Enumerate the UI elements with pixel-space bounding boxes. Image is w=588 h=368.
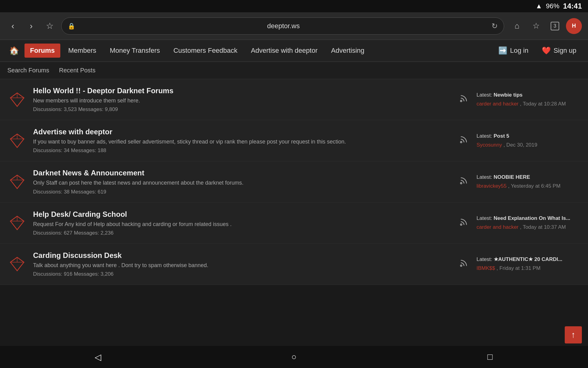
nav-advertise[interactable]: Advertise with deeptor	[245, 44, 323, 58]
forum-icon-hello-world	[7, 90, 27, 109]
latest-label: Latest:	[477, 92, 494, 98]
forum-latest: Latest: Post 5 Sycosunny , Dec 30, 2019	[477, 132, 581, 150]
browser-actions: ⌂ ☆ 3 H	[509, 18, 582, 34]
latest-user[interactable]: carder and hacker	[477, 101, 518, 107]
forum-title[interactable]: Carding Discussion Desk	[33, 251, 451, 260]
back-button[interactable]: ‹	[6, 19, 20, 33]
forum-title[interactable]: Darknet News & Announcement	[33, 169, 451, 177]
svg-point-17	[461, 182, 462, 184]
forum-latest: Latest: Need Explanation On What Is... c…	[477, 214, 581, 232]
browser-chrome: ‹ › ☆ 🔒 deeptor.ws ↻ ⌂ ☆ 3 H	[0, 12, 588, 40]
forum-latest: Latest: NOOBIE HERE libravickey55 , Yest…	[477, 173, 581, 191]
home-button[interactable]: ⌂	[509, 18, 525, 34]
nav-advertising[interactable]: Advertising	[326, 44, 370, 58]
tabs-button[interactable]: 3	[547, 18, 563, 34]
latest-title[interactable]: Newbie tips	[494, 92, 522, 98]
forum-info-advertise-with-deeptor: Advertise with deeptor If you want to bu…	[33, 128, 451, 154]
signup-button[interactable]: ❤️ Sign up	[536, 43, 582, 58]
android-recents-button[interactable]: □	[478, 348, 502, 366]
latest-time: , Yesterday at 6:45 PM	[508, 183, 560, 189]
bookmark-button[interactable]: ☆	[43, 19, 56, 33]
svg-line-21	[17, 221, 24, 230]
latest-time: , Friday at 1:31 PM	[496, 265, 541, 271]
forum-icon-carding-discussion	[7, 254, 27, 274]
forum-stats: Discussions: 38 Messages: 619	[33, 189, 451, 195]
lock-icon: 🔒	[68, 22, 75, 30]
latest-user[interactable]: libravickey55	[477, 183, 507, 189]
clock: 14:41	[563, 2, 582, 10]
forum-row[interactable]: Darknet News & Announcement Only Staff c…	[0, 161, 588, 202]
rss-feed-button[interactable]	[457, 256, 470, 272]
latest-time: , Today at 10:28 AM	[520, 101, 566, 107]
forum-list: Hello World !! - Deeptor Darknet Forums …	[0, 79, 588, 285]
rss-feed-button[interactable]	[457, 92, 470, 107]
search-forums-link[interactable]: Search Forums	[6, 64, 51, 76]
latest-user[interactable]: IBMK$$	[477, 265, 495, 271]
forum-row[interactable]: Help Desk/ Carding School Request For An…	[0, 203, 588, 244]
latest-title[interactable]: ★AUTHENTIC★ 20 CARDI...	[494, 256, 563, 262]
wifi-icon: ▲	[536, 2, 542, 10]
sub-nav: Search Forums Recent Posts	[0, 62, 588, 79]
site-home-button[interactable]: 🏠	[6, 43, 22, 59]
rss-feed-button[interactable]	[457, 133, 470, 148]
login-icon: ➡️	[498, 46, 507, 55]
recent-posts-link[interactable]: Recent Posts	[58, 64, 97, 76]
forum-icon-darknet-news	[7, 172, 27, 192]
forum-title[interactable]: Help Desk/ Carding School	[33, 210, 451, 219]
svg-line-14	[10, 180, 17, 189]
svg-point-23	[461, 224, 462, 225]
forum-info-hello-world: Hello World !! - Deeptor Darknet Forums …	[33, 86, 451, 113]
nav-forums[interactable]: Forums	[24, 44, 60, 58]
forum-title[interactable]: Hello World !! - Deeptor Darknet Forums	[33, 86, 451, 95]
login-button[interactable]: ➡️ Log in	[493, 43, 534, 58]
svg-line-26	[10, 262, 17, 271]
latest-title[interactable]: NOOBIE HERE	[494, 174, 530, 180]
rss-feed-button[interactable]	[457, 174, 470, 190]
nav-money-transfers[interactable]: Money Transfers	[104, 44, 165, 58]
svg-line-2	[10, 98, 17, 106]
forum-icon-help-desk	[7, 213, 27, 233]
nav-customers-feedback[interactable]: Customers Feedback	[168, 44, 243, 58]
forum-row[interactable]: Hello World !! - Deeptor Darknet Forums …	[0, 79, 588, 120]
latest-user[interactable]: carder and hacker	[477, 224, 518, 230]
forum-row[interactable]: Advertise with deeptor If you want to bu…	[0, 120, 588, 161]
signup-label: Sign up	[553, 47, 576, 55]
latest-title[interactable]: Need Explanation On What Is...	[494, 215, 570, 221]
svg-line-3	[17, 98, 24, 106]
battery-icon: 96%	[546, 2, 560, 10]
android-back-button[interactable]: ◁	[86, 348, 110, 366]
menu-button[interactable]: H	[566, 18, 582, 34]
svg-point-11	[461, 141, 462, 143]
svg-point-5	[461, 100, 462, 102]
forum-info-help-desk: Help Desk/ Carding School Request For An…	[33, 210, 451, 236]
latest-user[interactable]: Sycosunny	[477, 142, 502, 148]
forum-title[interactable]: Advertise with deeptor	[33, 128, 451, 136]
latest-label: Latest:	[477, 133, 494, 139]
forum-info-darknet-news: Darknet News & Announcement Only Staff c…	[33, 169, 451, 195]
forum-row[interactable]: Carding Discussion Desk Talk about anyth…	[0, 244, 588, 285]
latest-time: , Dec 30, 2019	[503, 142, 537, 148]
svg-line-15	[17, 180, 24, 189]
forward-button[interactable]: ›	[24, 19, 38, 33]
android-home-button[interactable]: ○	[282, 348, 306, 366]
forum-desc: New members will introduce them self her…	[33, 97, 451, 105]
nav-members[interactable]: Members	[63, 44, 102, 58]
tabs-icon: 3	[551, 22, 559, 30]
latest-label: Latest:	[477, 215, 494, 221]
address-bar[interactable]: 🔒 deeptor.ws ↻	[61, 17, 504, 35]
bookmarks-button[interactable]: ☆	[528, 18, 544, 34]
android-nav-bar: ◁ ○ □	[0, 346, 588, 368]
svg-line-8	[10, 139, 17, 148]
forum-desc: Talk about anything you want here . Dont…	[33, 262, 451, 269]
svg-point-29	[461, 265, 462, 266]
latest-title[interactable]: Post 5	[494, 133, 509, 139]
svg-line-9	[17, 139, 24, 148]
forum-desc: Request For Any kind of Help about hacki…	[33, 220, 451, 228]
forum-latest: Latest: Newbie tips carder and hacker , …	[477, 91, 581, 109]
svg-line-20	[10, 221, 17, 230]
url-text: deeptor.ws	[79, 22, 488, 30]
reload-button[interactable]: ↻	[492, 22, 498, 30]
rss-feed-button[interactable]	[457, 215, 470, 231]
scroll-top-button[interactable]: ↑	[565, 326, 582, 343]
forum-info-carding-discussion: Carding Discussion Desk Talk about anyth…	[33, 251, 451, 277]
